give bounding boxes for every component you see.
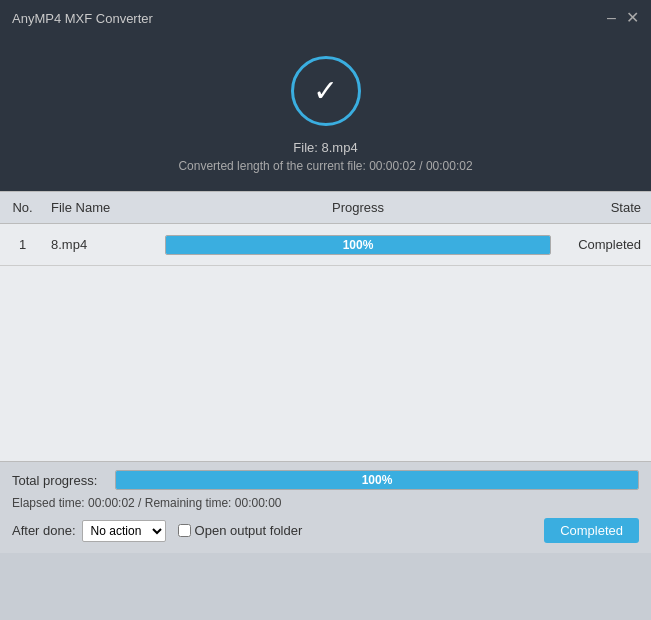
after-done-select[interactable]: No action Close Shutdown [82,520,166,542]
completed-button[interactable]: Completed [544,518,639,543]
open-folder-checkbox[interactable] [178,524,191,537]
success-circle: ✓ [291,56,361,126]
converted-label: Converted length of the current file: 00… [178,159,472,173]
check-icon: ✓ [313,76,338,106]
col-no: No. [0,192,45,223]
empty-area [0,266,651,461]
close-button[interactable]: ✕ [626,10,639,26]
minimize-button[interactable]: – [607,10,616,26]
elapsed-row: Elapsed time: 00:00:02 / Remaining time:… [12,496,639,510]
open-folder-text: Open output folder [195,523,303,538]
progress-bar-container: 100% [165,235,551,255]
table-row: 1 8.mp4 100% Completed [0,224,651,266]
row-state: Completed [561,231,651,258]
table-body: 1 8.mp4 100% Completed [0,224,651,266]
header-section: ✓ File: 8.mp4 Converted length of the cu… [0,36,651,191]
after-done-row: After done: No action Close Shutdown Ope… [12,518,639,553]
total-progress-label: Total progress: [12,473,107,488]
progress-bar-label: 100% [343,238,374,252]
open-folder-label[interactable]: Open output folder [178,523,303,538]
row-no: 1 [0,231,45,258]
col-progress: Progress [155,192,561,223]
col-filename: File Name [45,192,155,223]
col-state: State [561,192,651,223]
total-progress-bar-text: 100% [362,473,393,487]
row-progress-cell: 100% [155,229,561,261]
table-header: No. File Name Progress State [0,191,651,224]
app-title: AnyMP4 MXF Converter [12,11,153,26]
total-progress-bar-container: 100% [115,470,639,490]
footer-section: Total progress: 100% Elapsed time: 00:00… [0,461,651,553]
file-table: No. File Name Progress State 1 8.mp4 100… [0,191,651,461]
after-done-label: After done: [12,523,76,538]
row-filename: 8.mp4 [45,231,155,258]
file-label: File: 8.mp4 [293,140,357,155]
total-progress-row: Total progress: 100% [12,470,639,490]
title-bar-controls: – ✕ [607,10,639,26]
title-bar: AnyMP4 MXF Converter – ✕ [0,0,651,36]
